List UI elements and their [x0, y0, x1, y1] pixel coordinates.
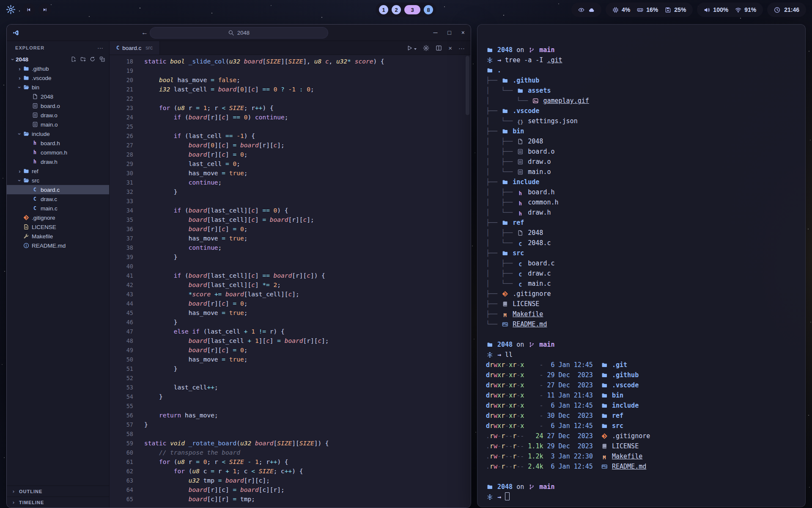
code-line-64[interactable]: 64 board[r][c] = board[c][r];	[110, 485, 471, 494]
explorer-item-.vscode[interactable]: ›.vscode	[7, 73, 109, 83]
explorer-item-board.o[interactable]: board.o	[7, 101, 109, 110]
code-line-58[interactable]: 58	[110, 429, 471, 439]
code-line-63[interactable]: 63 u32 tmp = board[r][c];	[110, 476, 471, 485]
code-line-44[interactable]: 44 board[r][c] = 0;	[110, 299, 471, 308]
code-line-36[interactable]: 36 board[r][c] = 0;	[110, 224, 471, 234]
explorer-more-button[interactable]: ···	[97, 44, 103, 51]
workspace-3[interactable]: 3	[404, 5, 420, 14]
code-line-19[interactable]: 19	[110, 66, 471, 75]
terminal-window[interactable]: 2048 on main → tree -a -I .git .├── .git…	[477, 24, 806, 507]
explorer-item-main.c[interactable]: Cmain.c	[7, 204, 109, 213]
code-line-34[interactable]: 34 if (board[last_cell][c] == 0) {	[110, 206, 471, 215]
code-line-23[interactable]: 23 for (u8 r = 1; r < SIZE; r++) {	[110, 103, 471, 113]
code-line-53[interactable]: 53 last_cell++;	[110, 383, 471, 392]
code-line-30[interactable]: 30 has_move = true;	[110, 168, 471, 178]
code-line-40[interactable]: 40	[110, 262, 471, 271]
code-line-39[interactable]: 39 }	[110, 252, 471, 262]
code-line-51[interactable]: 51 }	[110, 364, 471, 373]
run-button[interactable]	[406, 45, 417, 51]
code-line-59[interactable]: 59static void _rotate_board(u32 board[SI…	[110, 439, 471, 448]
code-line-57[interactable]: 57}	[110, 420, 471, 429]
workspace-8[interactable]: 8	[424, 5, 433, 14]
new-folder-button[interactable]	[80, 56, 86, 62]
collapse-folders-button[interactable]	[99, 56, 105, 62]
explorer-item-Makefile[interactable]: Makefile	[7, 232, 109, 241]
minimize-button[interactable]: ─	[433, 30, 437, 36]
code-line-29[interactable]: 29 last_cell = 0;	[110, 159, 471, 168]
close-button[interactable]: ×	[461, 30, 465, 36]
explorer-item-ref[interactable]: ›ref	[7, 166, 109, 176]
run-settings-button[interactable]	[423, 45, 429, 51]
media-next-button[interactable]	[38, 3, 51, 16]
code-editor[interactable]: 18static bool _slide_col(u32 board[SIZE]…	[110, 55, 471, 508]
workspace-2[interactable]: 2	[392, 5, 401, 14]
code-line-21[interactable]: 21 i32 last_cell = board[0][c] == 0 ? -1…	[110, 85, 471, 94]
code-line-62[interactable]: 62 for (u8 c = r + 1; c < SIZE; c++) {	[110, 467, 471, 476]
refresh-explorer-button[interactable]	[90, 56, 96, 62]
code-line-60[interactable]: 60 // transpose the board	[110, 448, 471, 457]
code-line-35[interactable]: 35 board[last_cell][c] = board[r][c];	[110, 215, 471, 224]
code-line-42[interactable]: 42 board[last_cell][c] *= 2;	[110, 280, 471, 290]
code-line-49[interactable]: 49 board[r][c] = 0;	[110, 345, 471, 355]
vscode-window[interactable]: ← → 2048 ─ □ × EXPLORER ··· ›2048›.githu…	[6, 24, 471, 508]
code-line-65[interactable]: 65 board[c][r] = tmp;	[110, 494, 471, 504]
explorer-item-2048[interactable]: 2048	[7, 92, 109, 101]
workspace-1[interactable]: 1	[379, 5, 388, 14]
explorer-item-draw.o[interactable]: draw.o	[7, 110, 109, 120]
split-editor-button[interactable]	[436, 45, 442, 51]
explorer-item-draw.c[interactable]: Cdraw.c	[7, 194, 109, 204]
explorer-item-common.h[interactable]: hcommon.h	[7, 148, 109, 157]
clock-widget[interactable]: 21:46	[767, 3, 806, 17]
system-stats-widget[interactable]: 4%16%25%	[606, 3, 693, 17]
nav-back-button[interactable]: ←	[141, 29, 148, 36]
code-line-61[interactable]: 61 for (u8 r = 0; r < SIZE - 1; r++) {	[110, 457, 471, 467]
explorer-item-include[interactable]: ›include	[7, 129, 109, 138]
maximize-button[interactable]: □	[447, 30, 451, 36]
explorer-item-README.md[interactable]: README.md	[7, 241, 109, 250]
new-file-button[interactable]	[71, 56, 77, 62]
code-line-18[interactable]: 18static bool _slide_col(u32 board[SIZE]…	[110, 57, 471, 66]
code-line-31[interactable]: 31 continue;	[110, 178, 471, 187]
explorer-item-LICENSE[interactable]: LICENSE	[7, 222, 109, 232]
code-line-43[interactable]: 43 *score += board[last_cell][c];	[110, 290, 471, 299]
code-line-33[interactable]: 33	[110, 196, 471, 206]
code-line-50[interactable]: 50 has_move = true;	[110, 355, 471, 364]
code-line-37[interactable]: 37 has_move = true;	[110, 234, 471, 243]
timeline-section[interactable]: ›TIMELINE	[7, 497, 109, 508]
explorer-item-bin[interactable]: ›bin	[7, 83, 109, 92]
code-line-55[interactable]: 55	[110, 401, 471, 411]
code-line-38[interactable]: 38 continue;	[110, 243, 471, 252]
code-line-20[interactable]: 20 bool has_move = false;	[110, 75, 471, 85]
explorer-item-board.c[interactable]: Cboard.c	[7, 185, 109, 194]
command-center-search[interactable]: 2048	[150, 27, 328, 39]
code-line-46[interactable]: 46 }	[110, 318, 471, 327]
code-line-56[interactable]: 56 return has_move;	[110, 411, 471, 420]
code-line-54[interactable]: 54 }	[110, 392, 471, 401]
code-line-32[interactable]: 32 }	[110, 187, 471, 196]
audio-network-widget[interactable]: 100%91%	[697, 3, 763, 17]
explorer-item-draw.h[interactable]: hdraw.h	[7, 157, 109, 166]
explorer-item-main.o[interactable]: main.o	[7, 120, 109, 129]
code-line-27[interactable]: 27 board[0][c] = board[r][c];	[110, 141, 471, 150]
code-line-28[interactable]: 28 board[r][c] = 0;	[110, 150, 471, 159]
code-line-48[interactable]: 48 board[last_cell + 1][c] = board[r][c]…	[110, 336, 471, 345]
explorer-item-board.h[interactable]: hboard.h	[7, 138, 109, 148]
code-line-52[interactable]: 52	[110, 373, 471, 383]
explorer-item-src[interactable]: ›src	[7, 176, 109, 185]
close-editor-button[interactable]: ×	[448, 44, 452, 52]
launcher-button[interactable]	[6, 5, 16, 15]
code-line-26[interactable]: 26 if (last_cell == -1) {	[110, 131, 471, 141]
code-line-25[interactable]: 25	[110, 122, 471, 131]
more-actions-button[interactable]: ···	[458, 44, 465, 52]
code-line-41[interactable]: 41 if (board[last_cell][c] == board[r][c…	[110, 271, 471, 280]
explorer-item-.github[interactable]: ›.github	[7, 64, 109, 73]
code-line-47[interactable]: 47 else if (last_cell + 1 != r) {	[110, 327, 471, 336]
code-line-22[interactable]: 22	[110, 94, 471, 103]
media-prev-button[interactable]	[22, 3, 35, 16]
outline-section[interactable]: ›OUTLINE	[7, 486, 109, 497]
tab-board.c[interactable]: C board.c src	[110, 41, 160, 55]
code-line-45[interactable]: 45 has_move = true;	[110, 308, 471, 318]
weather-widget[interactable]	[571, 3, 601, 17]
explorer-root[interactable]: ›2048	[7, 55, 109, 64]
editor-scrollbar[interactable]	[466, 56, 469, 115]
